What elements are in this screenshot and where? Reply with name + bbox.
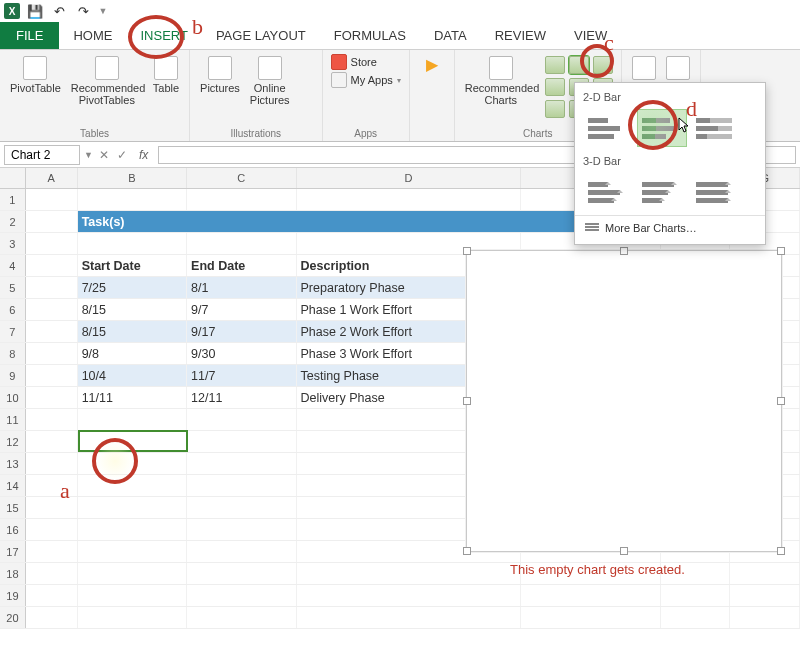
chart-type-stock-icon[interactable] <box>593 56 613 74</box>
row-header[interactable]: 9 <box>0 365 26 386</box>
cell[interactable] <box>26 321 78 342</box>
enter-icon[interactable]: ✓ <box>117 148 127 162</box>
row-header[interactable]: 6 <box>0 299 26 320</box>
row-header[interactable]: 20 <box>0 607 26 628</box>
tab-file[interactable]: FILE <box>0 22 59 49</box>
resize-handle[interactable] <box>620 247 628 255</box>
cell[interactable] <box>78 189 187 210</box>
qat-customize-icon[interactable]: ▼ <box>98 2 108 20</box>
cell[interactable]: 11/11 <box>78 387 187 408</box>
row-header[interactable]: 19 <box>0 585 26 606</box>
tab-formulas[interactable]: FORMULAS <box>320 22 420 49</box>
cell[interactable]: 10/4 <box>78 365 187 386</box>
cell[interactable] <box>187 233 296 254</box>
cell[interactable] <box>26 563 78 584</box>
row-header[interactable]: 18 <box>0 563 26 584</box>
row-header[interactable]: 16 <box>0 519 26 540</box>
tab-home[interactable]: HOME <box>59 22 126 49</box>
cell[interactable] <box>521 607 660 628</box>
bar-100stacked-2d[interactable] <box>691 109 741 147</box>
cell[interactable]: 7/25 <box>78 277 187 298</box>
cell[interactable] <box>187 519 296 540</box>
cell[interactable] <box>187 563 296 584</box>
cmd-screenshot-icon[interactable] <box>298 92 314 108</box>
row-header[interactable]: 5 <box>0 277 26 298</box>
cell[interactable]: 9/17 <box>187 321 296 342</box>
cell[interactable] <box>187 475 296 496</box>
cmd-shapes-icon[interactable] <box>298 56 314 72</box>
cmd-smartart-icon[interactable] <box>298 74 314 90</box>
resize-handle[interactable] <box>777 247 785 255</box>
row-header[interactable]: 14 <box>0 475 26 496</box>
cell[interactable] <box>187 541 296 562</box>
resize-handle[interactable] <box>777 547 785 555</box>
cell[interactable] <box>26 585 78 606</box>
chart-object-empty[interactable] <box>466 250 782 552</box>
chart-type-pie-icon[interactable] <box>545 100 565 118</box>
cell[interactable] <box>187 409 296 430</box>
cell[interactable] <box>26 299 78 320</box>
cell[interactable] <box>187 453 296 474</box>
cell[interactable] <box>730 607 800 628</box>
cell[interactable] <box>78 497 187 518</box>
cell[interactable] <box>26 365 78 386</box>
cell[interactable]: Start Date <box>78 255 187 276</box>
tab-insert[interactable]: INSERT <box>126 22 201 49</box>
cell[interactable]: 8/15 <box>78 321 187 342</box>
bar-clustered-2d[interactable] <box>583 109 633 147</box>
cell[interactable] <box>26 409 78 430</box>
row-header[interactable]: 2 <box>0 211 26 232</box>
cmd-store[interactable]: Store <box>331 54 377 70</box>
cell[interactable]: 9/7 <box>187 299 296 320</box>
col-header[interactable]: C <box>187 168 296 188</box>
bar-100stacked-3d[interactable] <box>691 173 741 211</box>
cell[interactable] <box>730 563 800 584</box>
cmd-recommended-charts[interactable]: Recommended Charts <box>463 54 539 108</box>
cell[interactable]: 8/15 <box>78 299 187 320</box>
bar-stacked-2d[interactable] <box>637 109 687 147</box>
cell[interactable] <box>521 585 660 606</box>
cell[interactable] <box>26 211 78 232</box>
cell[interactable] <box>26 255 78 276</box>
cell[interactable] <box>78 541 187 562</box>
cell[interactable] <box>78 585 187 606</box>
row-header[interactable]: 4 <box>0 255 26 276</box>
tab-page-layout[interactable]: PAGE LAYOUT <box>202 22 320 49</box>
cell[interactable] <box>78 233 187 254</box>
cancel-icon[interactable]: ✕ <box>99 148 109 162</box>
cell[interactable] <box>78 475 187 496</box>
resize-handle[interactable] <box>463 547 471 555</box>
cell[interactable] <box>26 541 78 562</box>
row-header[interactable]: 11 <box>0 409 26 430</box>
chart-type-column-icon[interactable] <box>545 56 565 74</box>
cmd-pictures[interactable]: Pictures <box>198 54 242 96</box>
chart-type-bar-icon[interactable] <box>569 56 589 74</box>
col-header[interactable]: B <box>78 168 187 188</box>
row-header[interactable]: 1 <box>0 189 26 210</box>
qat-redo-icon[interactable]: ↷ <box>74 2 92 20</box>
cell[interactable] <box>78 607 187 628</box>
resize-handle[interactable] <box>620 547 628 555</box>
qat-undo-icon[interactable]: ↶ <box>50 2 68 20</box>
cell[interactable] <box>187 189 296 210</box>
row-header[interactable]: 13 <box>0 453 26 474</box>
cmd-myapps[interactable]: My Apps ▾ <box>331 72 401 88</box>
cell[interactable] <box>26 343 78 364</box>
cell[interactable] <box>187 607 296 628</box>
cell[interactable] <box>78 453 187 474</box>
cmd-pivotchart[interactable] <box>630 54 658 82</box>
row-header[interactable]: 3 <box>0 233 26 254</box>
cell[interactable] <box>297 563 522 584</box>
chart-type-line-icon[interactable] <box>545 78 565 96</box>
tab-review[interactable]: REVIEW <box>481 22 560 49</box>
cell[interactable] <box>297 189 522 210</box>
resize-handle[interactable] <box>463 397 471 405</box>
row-header[interactable]: 7 <box>0 321 26 342</box>
resize-handle[interactable] <box>463 247 471 255</box>
bar-stacked-3d[interactable] <box>637 173 687 211</box>
more-bar-charts[interactable]: More Bar Charts… <box>575 215 765 240</box>
cell[interactable]: End Date <box>187 255 296 276</box>
cell[interactable] <box>730 585 800 606</box>
cell[interactable] <box>26 607 78 628</box>
cell[interactable] <box>26 519 78 540</box>
